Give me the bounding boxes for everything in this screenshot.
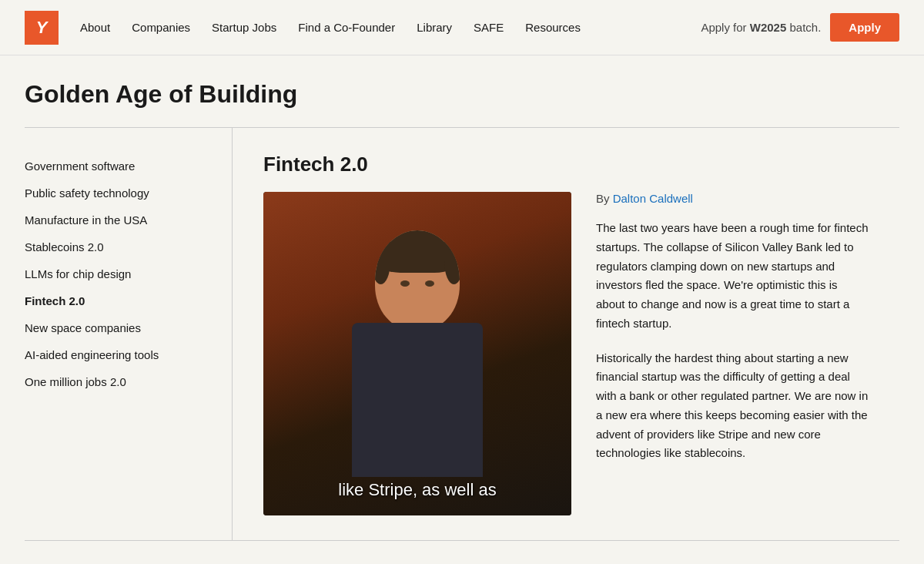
article-paragraph-1: The last two years have been a rough tim… bbox=[596, 219, 869, 334]
apply-text: Apply for W2025 batch. bbox=[701, 21, 821, 34]
eye-left bbox=[400, 280, 410, 287]
person-hair-right bbox=[444, 238, 460, 284]
header: Y AboutCompaniesStartup JobsFind a Co-Fo… bbox=[0, 0, 924, 55]
nav-item-library[interactable]: Library bbox=[417, 21, 452, 34]
person-silhouette bbox=[333, 230, 502, 477]
article-content: Fintech 2.0 bbox=[233, 128, 899, 540]
author-link[interactable]: Dalton Caldwell bbox=[613, 192, 693, 205]
nav-item-startup-jobs[interactable]: Startup Jobs bbox=[212, 21, 276, 34]
sidebar: Government softwarePublic safety technol… bbox=[25, 128, 233, 540]
logo-letter: Y bbox=[36, 18, 48, 38]
nav-item-find-cofounder[interactable]: Find a Co-Founder bbox=[298, 21, 395, 34]
article-body: like Stripe, as well as By Dalton Caldwe… bbox=[263, 192, 869, 515]
sidebar-item-fintech[interactable]: Fintech 2.0 bbox=[25, 287, 213, 314]
video-thumbnail[interactable]: like Stripe, as well as bbox=[263, 192, 571, 515]
main-layout: Government softwarePublic safety technol… bbox=[25, 128, 899, 541]
article-paragraph-2: Historically the hardest thing about sta… bbox=[596, 349, 869, 464]
page-content: Golden Age of Building Government softwa… bbox=[0, 55, 924, 541]
header-right: Apply for W2025 batch. Apply bbox=[701, 13, 899, 42]
article-title: Fintech 2.0 bbox=[263, 153, 869, 176]
video-background: like Stripe, as well as bbox=[263, 192, 571, 515]
article-text: By Dalton Caldwell The last two years ha… bbox=[596, 192, 869, 478]
nav-item-about[interactable]: About bbox=[80, 21, 110, 34]
sidebar-item-stablecoins[interactable]: Stablecoins 2.0 bbox=[25, 233, 213, 260]
sidebar-item-public-safety[interactable]: Public safety technology bbox=[25, 180, 213, 206]
sidebar-item-one-million-jobs[interactable]: One million jobs 2.0 bbox=[25, 368, 213, 395]
person-head bbox=[375, 230, 460, 331]
nav-item-companies[interactable]: Companies bbox=[132, 21, 190, 34]
eye-right bbox=[425, 280, 434, 287]
page-title: Golden Age of Building bbox=[25, 80, 899, 109]
yc-logo[interactable]: Y bbox=[25, 11, 59, 45]
page-title-section: Golden Age of Building bbox=[25, 55, 899, 128]
person-body bbox=[352, 323, 483, 477]
video-subtitle: like Stripe, as well as bbox=[263, 480, 571, 500]
apply-button[interactable]: Apply bbox=[830, 13, 899, 42]
sidebar-item-space[interactable]: New space companies bbox=[25, 314, 213, 341]
nav-item-resources[interactable]: Resources bbox=[525, 21, 581, 34]
author-line: By Dalton Caldwell bbox=[596, 192, 869, 205]
sidebar-item-manufacture-usa[interactable]: Manufacture in the USA bbox=[25, 206, 213, 233]
sidebar-item-llms-chip[interactable]: LLMs for chip design bbox=[25, 260, 213, 287]
sidebar-item-ai-engineering[interactable]: AI-aided engineering tools bbox=[25, 341, 213, 368]
person-hair-left bbox=[375, 238, 390, 284]
nav-item-safe[interactable]: SAFE bbox=[474, 21, 504, 34]
main-nav: AboutCompaniesStartup JobsFind a Co-Foun… bbox=[80, 21, 701, 34]
person-eyes bbox=[400, 280, 434, 287]
sidebar-item-gov-software[interactable]: Government software bbox=[25, 153, 213, 180]
